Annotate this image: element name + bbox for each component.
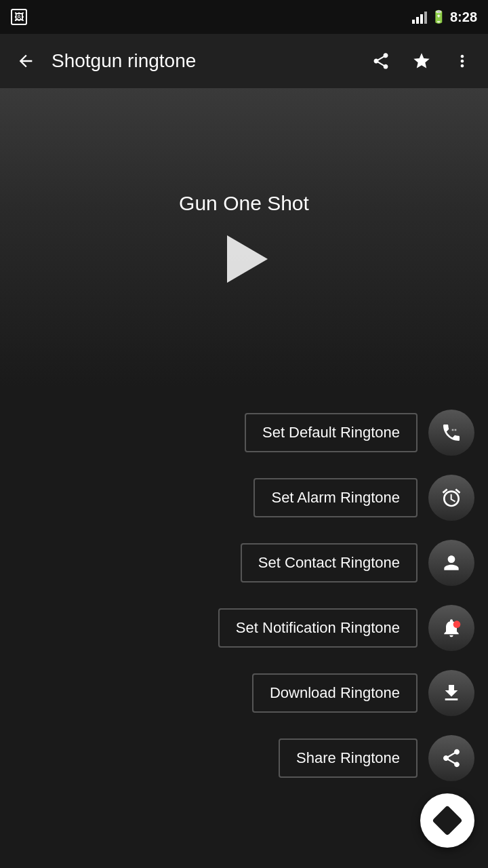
image-status-icon: 🖼 bbox=[11, 9, 27, 25]
set-default-button[interactable]: Set Default Ringtone bbox=[245, 413, 418, 452]
player-area: Gun One Shot bbox=[0, 88, 488, 387]
set-alarm-row: Set Alarm Ringtone bbox=[0, 465, 488, 530]
signal-icon bbox=[412, 10, 427, 24]
toolbar-actions bbox=[366, 46, 477, 76]
set-contact-row: Set Contact Ringtone bbox=[0, 530, 488, 595]
set-contact-button[interactable]: Set Contact Ringtone bbox=[241, 543, 418, 583]
set-default-icon-button[interactable] bbox=[428, 410, 474, 456]
play-button[interactable] bbox=[220, 235, 268, 283]
set-contact-icon-button[interactable] bbox=[428, 540, 474, 586]
diamond-icon bbox=[432, 805, 462, 835]
svg-point-0 bbox=[453, 620, 461, 628]
set-alarm-button[interactable]: Set Alarm Ringtone bbox=[253, 478, 418, 517]
share-ringtone-icon-button[interactable] bbox=[428, 735, 474, 781]
status-bar: 🖼 🔋 8:28 bbox=[0, 0, 488, 34]
status-left: 🖼 bbox=[11, 9, 27, 25]
battery-icon: 🔋 bbox=[431, 9, 446, 24]
more-menu-button[interactable] bbox=[447, 46, 477, 76]
track-title: Gun One Shot bbox=[179, 192, 309, 215]
status-right: 🔋 8:28 bbox=[412, 9, 477, 25]
set-default-row: Set Default Ringtone bbox=[0, 400, 488, 465]
download-button[interactable]: Download Ringtone bbox=[252, 673, 418, 713]
download-row: Download Ringtone bbox=[0, 660, 488, 726]
set-notification-row: Set Notification Ringtone bbox=[0, 595, 488, 660]
set-notification-button[interactable]: Set Notification Ringtone bbox=[218, 608, 418, 648]
favorite-toolbar-button[interactable] bbox=[407, 46, 436, 76]
set-notification-icon-button[interactable] bbox=[428, 605, 474, 651]
fab-diamond-button[interactable] bbox=[420, 793, 474, 848]
share-toolbar-button[interactable] bbox=[366, 46, 396, 76]
status-time: 8:28 bbox=[450, 9, 477, 25]
buttons-section: Set Default Ringtone Set Alarm Ringtone … bbox=[0, 387, 488, 818]
back-button[interactable] bbox=[11, 46, 41, 76]
download-icon-button[interactable] bbox=[428, 670, 474, 716]
page-title: Shotgun ringtone bbox=[52, 50, 355, 72]
set-alarm-icon-button[interactable] bbox=[428, 475, 474, 521]
toolbar: Shotgun ringtone bbox=[0, 34, 488, 88]
share-row: Share Ringtone bbox=[0, 726, 488, 791]
share-ringtone-button[interactable]: Share Ringtone bbox=[279, 738, 418, 778]
play-triangle-icon bbox=[227, 235, 268, 283]
